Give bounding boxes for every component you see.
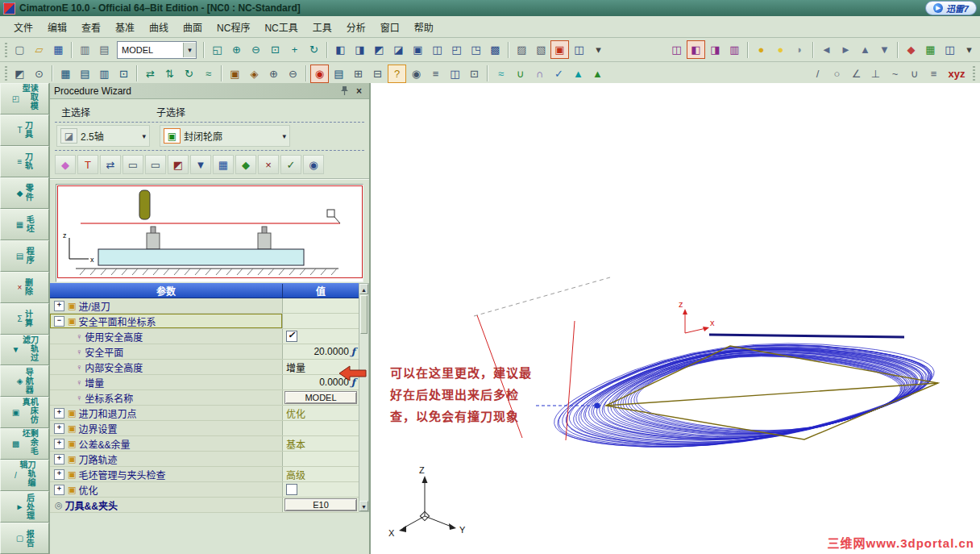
toolbar-grip[interactable] <box>973 66 975 81</box>
select-icon[interactable]: ◩ <box>10 65 29 83</box>
param-value-cell[interactable]: ƒ <box>282 482 359 497</box>
menu-tools[interactable]: 工具 <box>305 18 339 36</box>
zoom-fit-icon[interactable]: ◱ <box>208 40 226 59</box>
trajectory-icon[interactable]: ⇄ <box>100 155 121 174</box>
sub-select-combo[interactable]: ▣ 封闭轮廓 ▾ <box>160 125 290 147</box>
sidebar-item-report[interactable]: ▢ 报告 <box>0 523 49 554</box>
info-icon[interactable]: ◉ <box>407 65 426 83</box>
box-icon[interactable]: ▣ <box>409 40 427 59</box>
sidebar-item-toolpath-editor[interactable]: / 刀轨编辑 <box>0 460 49 491</box>
expander[interactable]: + <box>54 439 64 449</box>
circle-icon[interactable]: ○ <box>828 65 846 83</box>
measure-icon[interactable]: ≡ <box>924 65 943 83</box>
param-value-cell[interactable]: ƒ <box>282 452 359 466</box>
collapse-icon[interactable]: ⊟ <box>368 65 387 83</box>
cell-icon[interactable]: ⊡ <box>465 65 484 83</box>
glasses-icon[interactable]: ◗ <box>791 40 809 59</box>
flip-icon[interactable]: ⇅ <box>160 65 179 83</box>
save-proc-icon[interactable]: ▦ <box>213 155 234 174</box>
more-dropdown-icon[interactable]: ▾ <box>589 40 608 59</box>
close-icon[interactable]: × <box>353 85 365 97</box>
down-icon[interactable]: ▼ <box>875 40 894 59</box>
zoom-in-icon[interactable]: ⊕ <box>227 40 246 59</box>
new-file-icon[interactable]: ▢ <box>10 40 29 59</box>
param-value-cell[interactable]: 高级 ƒ <box>282 467 359 481</box>
sidebar-item-machine-simulation[interactable]: ▣ 机床仿真 <box>0 397 49 428</box>
menu-analysis[interactable]: 分析 <box>339 18 373 36</box>
table-row[interactable]: + ▣ 刀路轨迹 ƒ <box>50 452 359 467</box>
xyz-icon[interactable]: xyz <box>944 65 970 83</box>
menu-surfaces[interactable]: 曲面 <box>176 18 210 36</box>
chevron-down-icon[interactable]: ▾ <box>282 132 286 140</box>
curve-icon[interactable]: ∪ <box>511 65 529 83</box>
menu-curves[interactable]: 曲线 <box>142 18 176 36</box>
sidebar-item-cutters[interactable]: T 刀具 <box>0 115 49 146</box>
transparent-icon[interactable]: ◪ <box>389 40 408 59</box>
ucs-model-combo[interactable]: MODEL ▾ <box>117 41 197 59</box>
pick-icon[interactable]: ⊙ <box>30 65 48 83</box>
sidebar-item-read-model[interactable]: ◰ 读取模型 <box>0 83 49 115</box>
expander[interactable]: + <box>54 454 64 464</box>
active-proc-icon[interactable]: ◉ <box>310 65 329 83</box>
expander[interactable]: + <box>54 408 64 419</box>
menu-nc-tools[interactable]: NC工具 <box>257 18 305 36</box>
param-value-cell[interactable]: ƒ <box>282 329 359 344</box>
regen-icon[interactable]: ↻ <box>180 65 198 83</box>
swap-icon[interactable]: ⇄ <box>141 65 160 83</box>
scroll-down-icon[interactable]: ▼ <box>359 501 368 511</box>
expander[interactable]: + <box>54 301 64 311</box>
list-icon[interactable]: ≡ <box>426 65 445 83</box>
sidebar-item-navigator[interactable]: ◈ 导航器 <box>0 365 49 397</box>
expander[interactable]: + <box>54 485 64 495</box>
table-row[interactable]: ♀ 使用安全高度 ƒ <box>50 329 359 344</box>
section-icon[interactable]: ◫ <box>428 40 446 59</box>
angle-icon[interactable]: ∠ <box>847 65 866 83</box>
param-value-cell[interactable]: 优化 ƒ <box>282 406 359 420</box>
table-row[interactable]: ♀ 安全平面 20.0000 ƒ <box>50 344 359 360</box>
surface-wave-icon[interactable]: ≈ <box>492 65 510 83</box>
table-row[interactable]: ♀ 坐标系名称 MODEL ƒ <box>50 390 359 406</box>
arc2-icon[interactable]: ∪ <box>905 65 924 83</box>
sidebar-item-toolpath[interactable]: ≡ 刀轨 <box>0 146 49 177</box>
zoom-out-icon[interactable]: ⊖ <box>247 40 265 59</box>
sidebar-item-stock[interactable]: ▦ 毛坯 <box>0 209 49 240</box>
pan-icon[interactable]: + <box>285 40 304 59</box>
toolbar-grip[interactable] <box>5 43 7 57</box>
menu-datum[interactable]: 基准 <box>108 18 142 36</box>
sidebar-item-part[interactable]: ◆ 零件 <box>0 177 49 209</box>
render-icon[interactable]: ◆ <box>902 40 920 59</box>
machine-icon[interactable]: ▭ <box>122 155 143 174</box>
stock-icon[interactable]: ▣ <box>226 65 244 83</box>
expander[interactable]: + <box>54 423 64 434</box>
menu-nc-program[interactable]: NC程序 <box>210 18 257 36</box>
sim-icon[interactable]: ◆ <box>235 155 256 174</box>
scrollbar-thumb[interactable] <box>360 295 368 334</box>
smooth-icon[interactable]: ≈ <box>199 65 218 83</box>
stock-check-icon[interactable]: ◩ <box>168 155 189 174</box>
sidebar-item-procedures[interactable]: ▤ 程序 <box>0 240 49 272</box>
checkbox[interactable] <box>286 331 297 342</box>
menu-edit[interactable]: 编辑 <box>40 18 74 36</box>
menu-view[interactable]: 查看 <box>74 18 108 36</box>
view-iso-icon[interactable]: ◰ <box>447 40 466 59</box>
draft-icon[interactable]: ▲ <box>588 65 607 83</box>
table-scrollbar[interactable]: ▲ ▼ <box>359 283 369 512</box>
table-row[interactable]: + ▣ 进/退刀 ƒ <box>50 298 359 314</box>
table-row[interactable]: + ▣ 边界设置 ƒ <box>50 421 359 436</box>
remove-icon[interactable]: ⊖ <box>284 65 302 83</box>
fixture-icon[interactable]: ◈ <box>245 65 264 83</box>
function-icon[interactable]: ƒ <box>351 346 355 357</box>
help-icon[interactable]: ? <box>388 65 406 83</box>
param-value-cell[interactable]: E10 ƒ <box>282 498 359 512</box>
planes-icon[interactable]: ▥ <box>95 65 114 83</box>
layer-icon[interactable]: ◫ <box>667 40 686 59</box>
main-select-combo[interactable]: ◪ 2.5轴 ▾ <box>56 125 150 147</box>
grid-icon[interactable]: ▩ <box>486 40 505 59</box>
window-icon[interactable]: ◫ <box>941 40 959 59</box>
down-icon[interactable]: ▼ <box>190 155 211 174</box>
thunder-widget[interactable]: ▶ 迅雷7 <box>925 1 977 15</box>
wireframe-icon[interactable]: ◨ <box>351 40 369 59</box>
perpendicular-icon[interactable]: ⊥ <box>866 65 885 83</box>
screen-icon[interactable]: ▤ <box>95 40 114 59</box>
sidebar-item-delete[interactable]: × 删除 <box>0 272 49 303</box>
